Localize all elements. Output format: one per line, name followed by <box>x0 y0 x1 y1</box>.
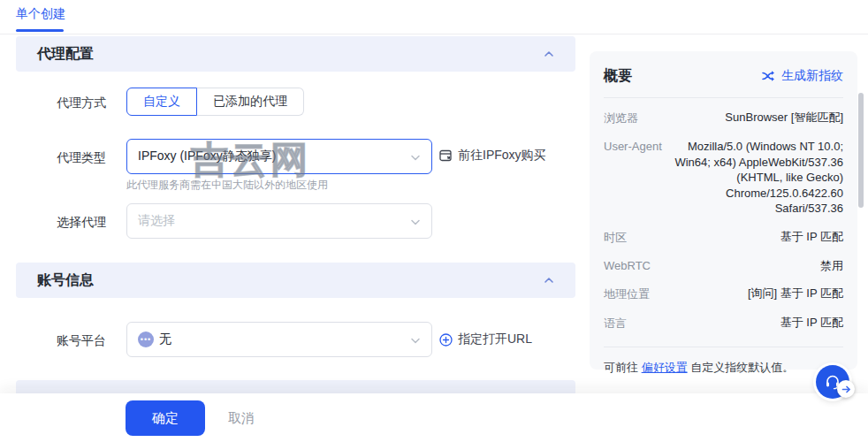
summary-row-value: 基于 IP 匹配 <box>780 315 843 331</box>
chevron-up-icon[interactable] <box>544 49 554 59</box>
arrow-right-icon <box>841 385 851 394</box>
summary-row-value: 基于 IP 匹配 <box>780 229 843 245</box>
plus-circle-icon <box>439 333 453 347</box>
generate-new-fingerprint-label: 生成新指纹 <box>781 68 843 84</box>
cancel-button[interactable]: 取消 <box>219 400 263 436</box>
chevron-down-icon <box>410 217 421 227</box>
vertical-scrollbar[interactable] <box>858 93 864 208</box>
summary-row-user-agent: User-Agent Mozilla/5.0 (Windows NT 10.0;… <box>604 133 843 223</box>
summary-row-label: 时区 <box>604 229 627 246</box>
summary-note-prefix: 可前往 <box>604 361 642 374</box>
proxy-method-segmented: 自定义 已添加的代理 <box>126 88 304 116</box>
preferences-link[interactable]: 偏好设置 <box>642 361 688 374</box>
specify-open-url-label: 指定打开URL <box>458 332 532 347</box>
divider <box>604 347 843 347</box>
divider <box>604 97 843 98</box>
proxy-type-value: IPFoxy (IPFoxy静态独享) <box>138 149 276 164</box>
summary-row-label: 语言 <box>604 315 627 332</box>
summary-row-label: 地理位置 <box>604 286 650 302</box>
proxy-select-dropdown[interactable]: 请选择 <box>126 203 432 239</box>
summary-row-browser: 浏览器 SunBrowser [智能匹配] <box>604 103 843 133</box>
external-window-icon <box>439 149 453 162</box>
section-title-account: 账号信息 <box>37 271 94 290</box>
proxy-select-placeholder: 请选择 <box>138 213 175 229</box>
generate-new-fingerprint-button[interactable]: 生成新指纹 <box>762 68 843 84</box>
proxy-select-label: 选择代理 <box>57 215 111 231</box>
summary-title: 概要 <box>604 67 632 86</box>
proxy-type-label: 代理类型 <box>57 150 111 166</box>
summary-note-suffix: 自定义指纹默认值。 <box>688 361 795 374</box>
section-title-proxy: 代理配置 <box>37 45 94 64</box>
summary-row-value: 禁用 <box>820 258 843 274</box>
confirm-button[interactable]: 确定 <box>126 400 205 436</box>
proxy-type-helper-text: 此代理服务商需在中国大陆以外的地区使用 <box>126 178 328 193</box>
chevron-down-icon <box>410 152 421 163</box>
summary-row-webrtc: WebRTC 禁用 <box>604 252 843 280</box>
chevron-down-icon <box>410 335 421 346</box>
expand-arrow-button[interactable] <box>837 380 855 398</box>
goto-ipfoxy-buy-link[interactable]: 前往IPFoxy购买 <box>439 148 546 164</box>
section-header-partial <box>16 380 575 394</box>
tab-bar: 单个创建 <box>0 0 868 34</box>
summary-row-timezone: 时区 基于 IP 匹配 <box>604 223 843 252</box>
tab-single-create[interactable]: 单个创建 <box>16 6 65 22</box>
account-platform-select[interactable]: ••• 无 <box>126 322 432 357</box>
summary-header: 概要 生成新指纹 <box>604 64 843 88</box>
dots-badge-icon: ••• <box>138 332 154 347</box>
summary-row-value: Mozilla/5.0 (Windows NT 10.0; Win64; x64… <box>662 139 843 217</box>
proxy-method-option-added[interactable]: 已添加的代理 <box>197 88 304 116</box>
summary-row-label: WebRTC <box>604 258 651 272</box>
chevron-up-icon[interactable] <box>544 275 554 286</box>
goto-ipfoxy-buy-label: 前往IPFoxy购买 <box>458 148 546 164</box>
section-header-proxy-config[interactable]: 代理配置 <box>16 36 575 72</box>
summary-row-language: 语言 基于 IP 匹配 <box>604 309 843 338</box>
summary-row-value: [询问] 基于 IP 匹配 <box>748 286 843 301</box>
tab-active-underline <box>16 29 64 32</box>
summary-row-value: SunBrowser [智能匹配] <box>725 110 843 126</box>
summary-panel: 概要 生成新指纹 浏览器 SunBrowser [智能匹配] User-Agen… <box>590 51 857 370</box>
section-header-account-info[interactable]: 账号信息 <box>16 263 575 298</box>
summary-row-geolocation: 地理位置 [询问] 基于 IP 匹配 <box>604 279 843 309</box>
account-platform-label: 账号平台 <box>57 333 111 349</box>
proxy-method-label: 代理方式 <box>57 95 111 111</box>
shuffle-icon <box>762 70 776 82</box>
proxy-method-option-custom[interactable]: 自定义 <box>126 88 197 116</box>
summary-row-label: 浏览器 <box>604 110 638 126</box>
footer-action-bar: 确定 取消 <box>0 393 868 442</box>
specify-open-url-button[interactable]: 指定打开URL <box>439 332 532 347</box>
proxy-type-select[interactable]: IPFoxy (IPFoxy静态独享) <box>126 139 432 174</box>
summary-row-label: User-Agent <box>604 139 662 153</box>
create-profile-page: 单个创建 代理配置 代理方式 自定义 已添加的代理 代理类型 IPFoxy (I… <box>0 0 868 442</box>
summary-note: 可前往 偏好设置 自定义指纹默认值。 <box>604 353 843 376</box>
account-platform-value: 无 <box>159 332 171 347</box>
